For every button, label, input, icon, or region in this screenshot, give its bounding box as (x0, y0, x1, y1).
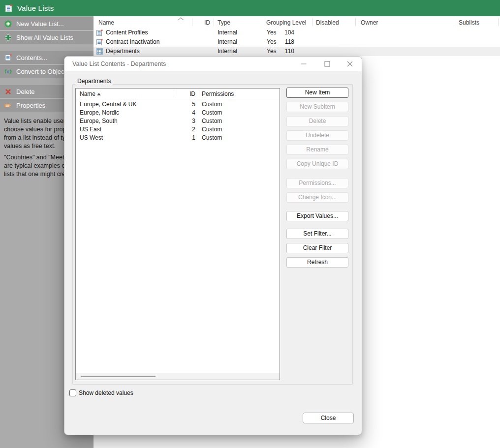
sidebar-item-label: Show All Value Lists (16, 34, 73, 41)
value-list-contents-dialog: Value List Contents - Departments Depart… (64, 56, 362, 435)
minimize-button[interactable] (300, 60, 308, 68)
column-divider[interactable] (498, 18, 499, 26)
item-id: 1 (174, 134, 195, 142)
permissions-button: Permissions... (286, 178, 348, 188)
item-permissions: Custom (202, 125, 222, 134)
clear-filter-button[interactable]: Clear Filter (286, 243, 348, 253)
sidebar-item-new-value-list[interactable]: New Value List... (0, 17, 94, 30)
column-header-owner[interactable]: Owner (361, 16, 378, 28)
change-icon-button: Change Icon... (286, 192, 348, 203)
column-header-disabled[interactable]: Disabled (316, 16, 339, 28)
refresh-button[interactable]: Refresh (286, 257, 348, 268)
sidebar-item-label: Contents... (16, 54, 47, 61)
cell-grouping-level: Yes (267, 47, 277, 56)
value-list-icon (4, 54, 12, 61)
rename-button: Rename (286, 145, 348, 155)
item-id: 2 (174, 125, 195, 134)
item-permissions: Custom (202, 134, 222, 142)
maximize-button[interactable] (323, 60, 331, 68)
show-deleted-values-label: Show deleted values (79, 389, 133, 396)
item-id: 5 (174, 100, 195, 109)
cell-type: Internal (218, 47, 237, 56)
sidebar-item-label: Properties (16, 102, 45, 109)
properties-icon (4, 102, 12, 109)
list-item[interactable]: Europe, Nordic 4 Custom (76, 109, 280, 117)
show-deleted-values-checkbox[interactable] (69, 389, 76, 396)
mfiles-admin-window: Value Lists New Value List... Show All V… (0, 0, 500, 448)
plus-circle-icon (4, 20, 12, 28)
value-list-icon (96, 30, 103, 36)
cell-name: Content Profiles (106, 28, 148, 37)
close-button[interactable]: Close (303, 413, 354, 423)
value-list-icon (96, 39, 103, 45)
column-header-id[interactable]: ID (189, 16, 210, 28)
item-permissions: Custom (202, 117, 222, 125)
list-column-name[interactable]: Name (80, 89, 95, 99)
sidebar-item-label: Convert to Object (16, 68, 66, 75)
list-header: Name ID Permissions (76, 89, 280, 99)
cell-type: Internal (218, 37, 237, 47)
list-item[interactable]: US West 1 Custom (76, 134, 280, 142)
list-column-id[interactable]: ID (174, 89, 195, 99)
table-row[interactable]: Content Profiles 104 Internal Yes (94, 28, 500, 37)
page-title: Value Lists (17, 4, 54, 12)
list-item[interactable]: US East 2 Custom (76, 125, 280, 134)
scrollbar-thumb[interactable] (81, 376, 156, 377)
dialog-titlebar[interactable]: Value List Contents - Departments (64, 57, 362, 71)
list-column-permissions[interactable]: Permissions (202, 89, 234, 99)
dialog-title: Value List Contents - Departments (72, 57, 166, 71)
page-header: Value Lists (0, 0, 500, 16)
item-name: US West (80, 134, 103, 142)
column-header-type[interactable]: Type (218, 16, 230, 28)
column-divider[interactable] (454, 18, 454, 26)
item-permissions: Custom (202, 100, 222, 109)
horizontal-scrollbar[interactable] (76, 373, 280, 380)
column-divider[interactable] (355, 18, 356, 26)
delete-button: Delete (286, 116, 348, 126)
list-item[interactable]: Europe, South 3 Custom (76, 117, 280, 125)
item-name: Europe, Central & UK (80, 100, 136, 109)
column-divider[interactable] (214, 18, 214, 26)
export-values-button[interactable]: Export Values... (286, 211, 348, 221)
grid-icon (96, 48, 103, 55)
column-header-grouping-level[interactable]: Grouping Level (266, 16, 306, 28)
table-row-selected[interactable]: Departments 110 Internal Yes (94, 47, 500, 56)
new-subitem-button: New Subitem (286, 102, 348, 112)
list-item[interactable]: Europe, Central & UK 5 Custom (76, 100, 280, 109)
delete-x-icon (4, 88, 12, 95)
new-item-button[interactable]: New Item (286, 88, 348, 98)
cell-grouping-level: Yes (267, 37, 277, 47)
sort-ascending-icon (178, 17, 184, 20)
svg-text:#: # (7, 69, 9, 74)
item-permissions: Custom (202, 109, 222, 117)
sidebar-item-show-all-value-lists[interactable]: Show All Value Lists (0, 31, 94, 44)
convert-to-object-icon: # (4, 68, 12, 75)
sidebar-item-label: New Value List... (16, 20, 64, 28)
cell-name: Departments (106, 47, 140, 56)
table-row[interactable]: Contract Inactivation 118 Internal Yes (94, 37, 500, 47)
cell-type: Internal (218, 28, 237, 37)
item-name: Europe, South (80, 117, 118, 125)
item-name: Europe, Nordic (80, 109, 119, 117)
cell-name: Contract Inactivation (106, 37, 159, 47)
value-list-items[interactable]: Name ID Permissions Europe, Central & UK… (75, 88, 280, 380)
close-window-icon[interactable] (346, 60, 354, 68)
table-header: Name ID Type Grouping Level Disabled Own… (94, 16, 500, 28)
column-header-name[interactable]: Name (98, 16, 114, 28)
sidebar-item-label: Delete (16, 88, 35, 95)
groupbox-label: Departments (75, 78, 113, 85)
column-divider[interactable] (199, 90, 199, 98)
copy-unique-id-button: Copy Unique ID (286, 159, 348, 169)
sort-ascending-icon (97, 93, 101, 95)
column-divider[interactable] (312, 18, 312, 26)
item-name: US East (80, 125, 101, 134)
undelete-button: Undelete (286, 130, 348, 141)
item-id: 3 (174, 117, 195, 125)
column-divider[interactable] (264, 18, 264, 26)
item-id: 4 (174, 109, 195, 117)
set-filter-button[interactable]: Set Filter... (286, 229, 348, 239)
plus-icon (4, 34, 12, 41)
column-header-sublists[interactable]: Sublists (459, 16, 479, 28)
value-list-icon (5, 4, 13, 12)
cell-grouping-level: Yes (267, 28, 277, 37)
